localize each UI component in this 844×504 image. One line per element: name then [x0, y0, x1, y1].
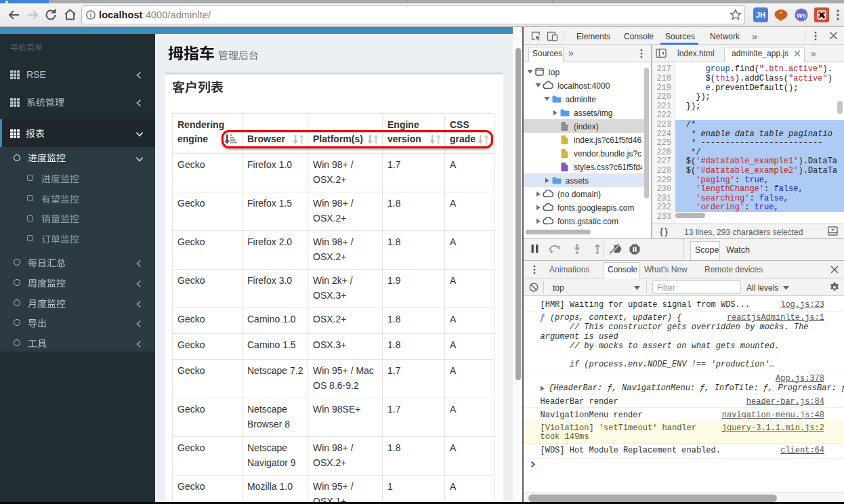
svg-text:Ws: Ws — [797, 12, 806, 19]
